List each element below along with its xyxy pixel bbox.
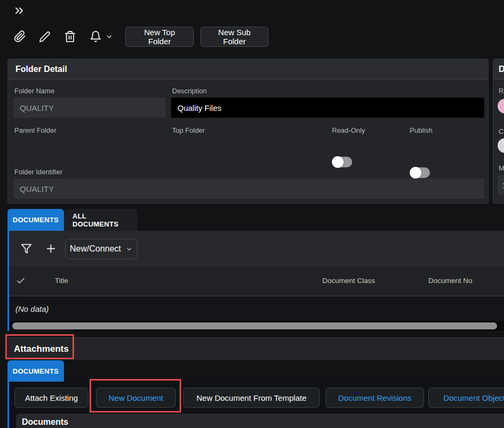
parent-folder-label: Parent Folder (14, 126, 56, 134)
paperclip-icon (14, 30, 26, 43)
delete-button[interactable] (64, 30, 76, 43)
trash-icon (64, 30, 76, 43)
chevron-down-icon (105, 33, 113, 41)
side-panel-title-text: D (499, 64, 504, 74)
chevron-down-icon (126, 246, 133, 253)
no-data-text: (No data) (15, 304, 49, 313)
document-revisions-button[interactable]: Document Revisions (326, 387, 424, 408)
horizontal-scrollbar[interactable] (9, 321, 504, 331)
side-detail-panel: D R C M 1 (493, 59, 504, 204)
no-data-row: (No data) (9, 296, 504, 321)
folder-identifier-input[interactable]: QUALITY (13, 179, 484, 199)
toggle-knob (410, 167, 421, 179)
side-field3-label: M (499, 164, 504, 172)
add-row-button[interactable] (45, 243, 57, 255)
tab-documents[interactable]: DOCUMENTS (7, 209, 64, 231)
double-chevron-right-icon (13, 4, 26, 17)
document-objects-button[interactable]: Document Objects (428, 387, 504, 408)
side-field1-label: R (499, 87, 503, 95)
scrollbar-thumb[interactable] (12, 322, 497, 329)
folder-name-input[interactable]: QUALITY (13, 98, 166, 118)
new-document-from-template-button[interactable]: New Document From Template (183, 387, 320, 408)
column-title[interactable]: Title (55, 277, 68, 285)
filter-icon (21, 243, 32, 254)
new-document-button[interactable]: New Document (96, 387, 176, 408)
column-document-no[interactable]: Document No (428, 277, 473, 285)
side-panel-title: D (493, 59, 504, 79)
expand-sidebar-button[interactable] (13, 4, 26, 17)
description-input[interactable]: Quality Files (171, 98, 484, 118)
folder-detail-title: Folder Detail (8, 59, 488, 79)
tab-attachments-documents[interactable]: DOCUMENTS (7, 360, 64, 382)
new-connect-dropdown[interactable]: New/Connect (65, 239, 137, 259)
select-all-check-icon[interactable] (16, 276, 26, 286)
publish-label: Publish (410, 126, 433, 134)
folder-name-label: Folder Name (14, 87, 54, 95)
attach-button[interactable] (14, 30, 26, 43)
top-folder-label: Top Folder (172, 126, 205, 134)
edit-button[interactable] (39, 31, 51, 43)
documents-grid-toolbar: New/Connect (9, 231, 504, 267)
notifications-button[interactable] (90, 30, 113, 43)
inner-documents-panel: Documents (16, 414, 504, 428)
bell-icon (90, 30, 102, 43)
documents-grid-panel: New/Connect Title Document Class Documen… (7, 231, 504, 331)
plus-icon (45, 243, 57, 255)
attach-existing-button[interactable]: Attach Existing (14, 387, 88, 408)
toggle-knob (332, 156, 344, 168)
new-top-folder-button[interactable]: New Top Folder (125, 27, 194, 47)
inner-documents-title: Documents (22, 417, 68, 426)
avatar[interactable] (498, 138, 504, 153)
read-only-label: Read-Only (332, 126, 365, 134)
side-field3-input[interactable]: 1 (498, 175, 504, 195)
filter-button[interactable] (21, 243, 32, 254)
tab-all-documents[interactable]: ALL DOCUMENTS (64, 209, 137, 231)
avatar[interactable] (498, 99, 504, 114)
folder-detail-panel: Folder Detail Folder Name QUALITY Descri… (7, 59, 489, 204)
folder-detail-title-text: Folder Detail (15, 64, 67, 74)
attachments-content: Attach Existing New Document New Documen… (7, 382, 504, 428)
new-connect-label: New/Connect (70, 244, 121, 254)
new-sub-folder-button[interactable]: New Sub Folder (200, 27, 269, 47)
attachments-title: Attachments (14, 344, 69, 354)
read-only-toggle[interactable] (332, 157, 352, 167)
attachments-header-bar: Attachments (7, 337, 504, 360)
side-field2-label: C (499, 127, 503, 135)
pencil-icon (39, 31, 51, 43)
documents-grid-header: Title Document Class Document No (9, 267, 504, 296)
column-document-class[interactable]: Document Class (322, 277, 375, 285)
folder-identifier-label: Folder Identifier (14, 168, 62, 176)
publish-toggle[interactable] (410, 167, 430, 178)
description-label: Description (172, 87, 207, 95)
